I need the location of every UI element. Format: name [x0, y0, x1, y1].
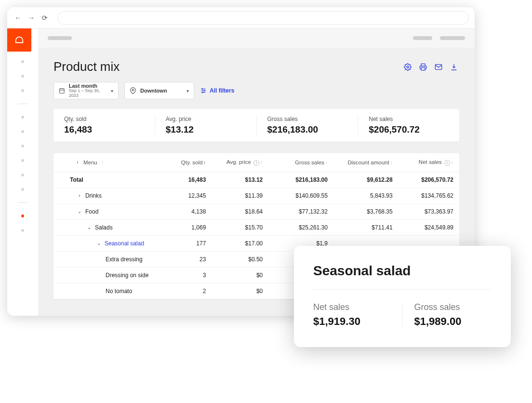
sidebar-item[interactable] [21, 188, 24, 191]
app-logo[interactable] [7, 28, 31, 52]
email-icon[interactable] [433, 62, 444, 72]
title-row: Product mix [53, 59, 459, 74]
col-net-sales[interactable]: Net sales i↑ [399, 153, 459, 172]
settings-icon[interactable] [402, 62, 413, 72]
chevron-right-icon[interactable]: › [77, 193, 82, 198]
cell-gross: $216,183.00 [268, 172, 333, 188]
sidebar-item[interactable] [21, 215, 24, 217]
cell-qty: 1,069 [163, 219, 212, 235]
location-filter[interactable]: Downtown ▾ [124, 82, 194, 99]
svg-point-10 [202, 92, 203, 93]
filters-row: Last month Sep 1 – Sep 30, 2023 ▾ Downto… [53, 82, 459, 99]
detail-gross-sales: Gross sales $1,989.00 [403, 302, 492, 328]
cell-discount: $3,768.35 [333, 203, 399, 219]
chevron-right-icon: › [75, 160, 80, 165]
cell-gross: $25,261.30 [268, 219, 333, 235]
cell-avg: $11.39 [212, 188, 268, 203]
cell-net: $73,363.97 [399, 203, 459, 219]
col-menu[interactable]: ›Menu↑ [53, 153, 163, 172]
chevron-down-icon: ▾ [111, 88, 113, 94]
row-label: Salads [95, 224, 113, 231]
col-discount[interactable]: Discount amount↑ [333, 153, 399, 172]
browser-toolbar: ← → ⟳ [7, 7, 475, 28]
table-row[interactable]: Total16,483$13.12$216,183.00$9,612.28$20… [53, 172, 459, 188]
sidebar-item[interactable] [21, 159, 24, 162]
sidebar-item[interactable] [21, 116, 24, 119]
back-icon[interactable]: ← [13, 13, 23, 23]
cell-avg: $18.64 [212, 203, 268, 219]
date-secondary: Sep 1 – Sep 30, 2023 [69, 89, 107, 98]
kpi-qty-sold: Qty. sold 16,483 [53, 116, 155, 135]
kpi-card: Qty. sold 16,483 Avg. price $13.12 Gross… [53, 109, 459, 142]
detail-popover: Seasonal salad Net sales $1,919.30 Gross… [294, 246, 511, 347]
sidebar-item[interactable] [21, 174, 24, 176]
cell-avg: $0 [212, 283, 268, 299]
sliders-icon [200, 87, 207, 94]
cell-net: $206,570.72 [399, 172, 459, 188]
kpi-label: Net sales [369, 116, 449, 122]
row-label: Seasonal salad [105, 240, 144, 247]
print-icon[interactable] [418, 62, 428, 72]
sidebar-separator [18, 104, 27, 104]
row-label: Food [85, 208, 98, 215]
sidebar-item[interactable] [21, 229, 24, 232]
kpi-gross-sales: Gross sales $216,183.00 [257, 116, 359, 135]
all-filters-button[interactable]: All filters [200, 87, 234, 94]
row-label: Extra dressing [106, 256, 143, 263]
page-title: Product mix [53, 59, 120, 74]
cell-qty: 2 [163, 283, 212, 299]
sidebar-item[interactable] [21, 60, 24, 63]
col-gross-sales[interactable]: Gross sales↑ [268, 153, 333, 172]
chevron-down-icon[interactable]: ⌄ [86, 225, 92, 230]
sidebar-separator [18, 202, 27, 203]
info-icon[interactable]: i [253, 160, 259, 166]
col-avg-price[interactable]: Avg. price i↑ [212, 153, 268, 172]
nav-placeholder [413, 36, 432, 40]
all-filters-label: All filters [210, 87, 234, 94]
sort-icon: ↑ [390, 160, 393, 165]
row-label: Drinks [85, 192, 102, 199]
kpi-avg-price: Avg. price $13.12 [155, 116, 257, 135]
cell-qty: 177 [163, 235, 212, 251]
cell-gross: $140,609.55 [268, 188, 333, 203]
download-icon[interactable] [449, 62, 459, 72]
table-row[interactable]: ⌄Food4,138$18.64$77,132.32$3,768.35$73,3… [53, 203, 459, 219]
sidebar-item[interactable] [21, 75, 24, 78]
forward-icon[interactable]: → [27, 13, 36, 23]
detail-net-sales: Net sales $1,919.30 [313, 302, 403, 328]
sort-icon: ↑ [203, 160, 206, 165]
date-range-filter[interactable]: Last month Sep 1 – Sep 30, 2023 ▾ [53, 82, 119, 99]
svg-rect-1 [421, 67, 425, 70]
url-bar[interactable] [57, 11, 469, 25]
cell-qty: 3 [163, 267, 212, 283]
svg-point-4 [132, 89, 134, 91]
col-qty-sold[interactable]: Qty. sold↑ [163, 153, 212, 172]
chevron-down-icon[interactable]: ⌄ [77, 209, 82, 214]
row-label: Total [70, 176, 83, 183]
cell-gross: $77,132.32 [268, 203, 333, 219]
cell-avg: $0.50 [212, 251, 268, 267]
detail-metric-value: $1,989.00 [414, 315, 492, 328]
svg-point-0 [407, 66, 409, 68]
kpi-label: Gross sales [267, 116, 347, 122]
sidebar [7, 28, 38, 316]
svg-point-9 [204, 90, 205, 91]
row-label: No tomato [106, 288, 132, 295]
detail-metric-label: Gross sales [414, 302, 492, 312]
sort-icon: ↑ [260, 160, 263, 165]
sidebar-item[interactable] [21, 145, 24, 148]
sidebar-item[interactable] [21, 130, 24, 133]
reload-icon[interactable]: ⟳ [40, 13, 50, 23]
info-icon[interactable]: i [444, 160, 450, 166]
sidebar-item[interactable] [21, 89, 24, 92]
kpi-value: $216,183.00 [267, 124, 347, 135]
cell-qty: 12,345 [163, 188, 212, 203]
chevron-down-icon[interactable]: ⌄ [96, 241, 102, 246]
cell-avg: $13.12 [212, 172, 268, 188]
table-row[interactable]: ⌄Salads1,069$15.70$25,261.30$711.41$24,5… [53, 219, 459, 235]
table-row[interactable]: ›Drinks12,345$11.39$140,609.555,843.93$1… [53, 188, 459, 203]
cell-net: $24,549.89 [399, 219, 459, 235]
detail-metrics: Net sales $1,919.30 Gross sales $1,989.0… [313, 302, 492, 328]
sort-icon: ↑ [101, 160, 104, 165]
cell-qty: 23 [163, 251, 212, 267]
